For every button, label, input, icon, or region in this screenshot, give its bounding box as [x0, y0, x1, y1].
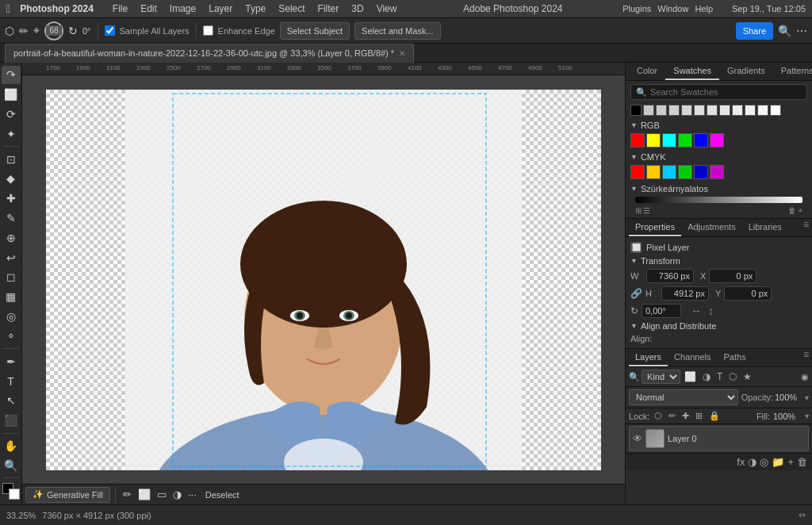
align-section-header[interactable]: ▼ Align and Distribute	[630, 320, 807, 332]
grayscale-add-icon[interactable]: +	[798, 206, 802, 215]
transform-section-header[interactable]: ▼ Transform	[630, 255, 807, 267]
filter-shape-icon[interactable]: ⬡	[726, 370, 739, 384]
link-dimensions-icon[interactable]: 🔗	[630, 288, 642, 299]
grayscale-list-icon[interactable]: ☰	[643, 206, 650, 215]
cmyk-group-header[interactable]: ▼ CMYK	[630, 151, 807, 163]
bottom-adjust-icon[interactable]: ▭	[155, 489, 169, 500]
filter-toggle[interactable]: ◉	[801, 372, 809, 382]
swatch-black[interactable]	[630, 105, 642, 116]
apple-icon[interactable]: 	[6, 2, 10, 15]
tab-swatches[interactable]: Swatches	[665, 63, 719, 80]
tab-properties[interactable]: Properties	[629, 219, 681, 236]
tool-heal[interactable]: ✚	[2, 190, 21, 208]
filter-pixel-icon[interactable]: ⬜	[682, 370, 699, 384]
flip-h-icon[interactable]: ↔	[691, 305, 702, 317]
bottom-mask-icon[interactable]: ◑	[170, 489, 184, 500]
add-layer-icon[interactable]: +	[787, 456, 794, 468]
sample-all-layers-checkbox[interactable]	[105, 25, 115, 36]
opacity-input[interactable]	[775, 393, 803, 402]
tab-layers[interactable]: Layers	[629, 349, 668, 366]
swatch-w8[interactable]	[732, 105, 743, 116]
swatch-cmyk-yellow[interactable]	[646, 165, 661, 179]
swatch-w6[interactable]	[707, 105, 718, 116]
tool-path-select[interactable]: ↖	[2, 392, 21, 410]
document-tab[interactable]: portrait-of-a-beautiful-woman-in-nature-…	[5, 44, 414, 63]
swatch-yellow[interactable]	[646, 133, 661, 148]
tool-select[interactable]: ↷	[2, 66, 21, 84]
menu-view[interactable]: View	[370, 0, 404, 18]
swatch-white[interactable]	[770, 105, 781, 116]
select-subject-button[interactable]: Select Subject	[280, 22, 350, 40]
tool-pen[interactable]: ✒	[2, 352, 21, 370]
tool-crop[interactable]: ⊡	[2, 150, 21, 168]
swatch-w3[interactable]	[668, 105, 680, 116]
swatch-cmyk-blue[interactable]	[694, 165, 708, 179]
swatch-cmyk-cyan[interactable]	[662, 165, 676, 179]
lock-position-icon[interactable]: ✚	[680, 410, 691, 422]
bottom-brush-icon[interactable]: ✏	[121, 489, 134, 500]
width-input[interactable]	[646, 269, 694, 283]
lock-transparent-icon[interactable]: ⬡	[653, 410, 664, 422]
tool-icon-path[interactable]: ⌖	[33, 24, 40, 37]
swatch-red[interactable]	[630, 133, 645, 148]
tab-channels[interactable]: Channels	[668, 349, 717, 366]
bottom-more-icon[interactable]: ···	[186, 489, 199, 500]
menu-plugins[interactable]: Plugins	[622, 4, 651, 13]
properties-panel-menu-icon[interactable]: ≡	[803, 219, 809, 236]
tab-close-icon[interactable]: ✕	[399, 49, 405, 58]
menu-layer[interactable]: Layer	[202, 0, 239, 18]
y-input[interactable]	[724, 286, 772, 301]
share-button[interactable]: Share	[736, 22, 773, 40]
menu-type[interactable]: Type	[239, 0, 272, 18]
tool-blur[interactable]: ◎	[2, 308, 21, 326]
tool-icon-1[interactable]: ⬡	[5, 25, 14, 37]
menu-select[interactable]: Select	[272, 0, 311, 18]
tool-marquee[interactable]: ⬜	[2, 86, 21, 104]
swatch-cyan[interactable]	[662, 133, 676, 148]
select-and-mask-button[interactable]: Select and Mask...	[354, 22, 441, 40]
swatch-cmyk-red[interactable]	[630, 165, 645, 179]
grayscale-trash-icon[interactable]: 🗑	[788, 206, 796, 215]
menu-3d[interactable]: 3D	[345, 0, 370, 18]
generative-fill-button[interactable]: ✨ Generative Fill	[25, 487, 110, 503]
swatch-cmyk-green[interactable]	[678, 165, 692, 179]
menu-edit[interactable]: Edit	[134, 0, 163, 18]
add-group-icon[interactable]: 📁	[772, 456, 784, 468]
swatch-w4[interactable]	[681, 105, 692, 116]
filter-smart-icon[interactable]: ★	[741, 370, 754, 384]
height-input[interactable]	[661, 286, 709, 301]
rgb-group-header[interactable]: ▼ RGB	[630, 119, 807, 132]
opacity-chevron-icon[interactable]: ▾	[805, 393, 809, 402]
background-color[interactable]	[9, 489, 20, 500]
menu-file[interactable]: File	[106, 0, 134, 18]
angle-input[interactable]	[642, 304, 681, 318]
menu-help[interactable]: Help	[695, 4, 713, 13]
layer-visibility-icon[interactable]: 👁	[633, 433, 642, 444]
flip-v-icon[interactable]: ↕	[708, 305, 714, 317]
swatches-search-input[interactable]	[650, 87, 802, 97]
tab-gradients[interactable]: Gradients	[719, 63, 773, 80]
layer-row[interactable]: 👁 Layer 0	[629, 426, 809, 451]
tool-lasso[interactable]: ⟳	[2, 105, 21, 124]
filter-text-icon[interactable]: T	[714, 370, 725, 384]
tool-brush[interactable]: ✎	[2, 209, 21, 228]
tool-eraser[interactable]: ◻	[2, 268, 21, 286]
tab-adjustments[interactable]: Adjustments	[681, 219, 742, 236]
menu-filter[interactable]: Filter	[312, 0, 346, 18]
blend-mode-select[interactable]: Normal Multiply Screen Overlay	[629, 389, 738, 405]
swatch-w10[interactable]	[757, 105, 768, 116]
brush-size-circle[interactable]: 68	[44, 21, 63, 40]
status-arrows-icon[interactable]: ⇔	[799, 510, 806, 520]
enhance-edge-checkbox[interactable]	[203, 25, 213, 36]
fill-chevron-icon[interactable]: ▾	[805, 412, 809, 420]
tool-hand[interactable]: ✋	[2, 436, 21, 454]
tool-quick-select[interactable]: ✦	[2, 125, 21, 143]
tool-history-brush[interactable]: ↩	[2, 248, 21, 266]
fx-icon[interactable]: fx	[737, 456, 745, 468]
layers-panel-menu-icon[interactable]: ≡	[803, 349, 809, 366]
lock-all-icon[interactable]: 🔒	[707, 410, 722, 422]
swatch-w5[interactable]	[694, 105, 705, 116]
swatch-w9[interactable]	[745, 105, 756, 116]
add-adjustment-icon[interactable]: ◎	[760, 456, 768, 468]
lock-artboard-icon[interactable]: ⊞	[694, 410, 704, 422]
